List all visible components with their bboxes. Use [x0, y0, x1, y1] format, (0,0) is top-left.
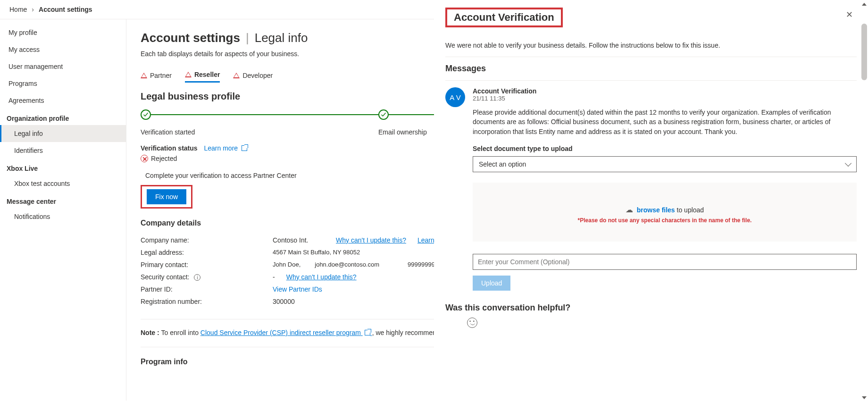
info-icon[interactable]: i	[194, 274, 200, 281]
check-icon	[141, 109, 151, 120]
link-text: Cloud Service Provider (CSP) indirect re…	[200, 329, 361, 336]
note-before: To enroll into	[161, 329, 200, 336]
sidebar-header-xbox: Xbox Live	[0, 159, 126, 175]
sidebar-item-legal-info[interactable]: Legal info	[0, 125, 126, 142]
partner-id-label: Partner ID:	[141, 285, 273, 293]
external-link-icon	[242, 145, 247, 151]
avatar: A V	[445, 87, 465, 107]
breadcrumb-current: Account settings	[39, 6, 92, 13]
sidebar-header-organization: Organization profile	[0, 109, 126, 125]
legal-address-label: Legal address:	[141, 249, 273, 256]
note-prefix: Note :	[141, 329, 161, 336]
fix-now-button[interactable]: Fix now	[147, 189, 186, 204]
warning-icon	[233, 73, 240, 78]
tab-label: Partner	[150, 72, 172, 79]
progress-line	[151, 114, 378, 115]
tab-label: Developer	[242, 72, 273, 79]
cloud-upload-icon: ☁	[626, 206, 633, 214]
security-contact-label: Security contact: i	[141, 273, 273, 281]
panel-scrollbar[interactable]	[860, 0, 868, 402]
sidebar-item-agreements[interactable]: Agreements	[0, 92, 126, 109]
security-contact-value: -	[273, 273, 275, 281]
csp-program-link[interactable]: Cloud Service Provider (CSP) indirect re…	[200, 329, 372, 336]
message-item: A V Account Verification 21/11 11:35 Ple…	[445, 80, 857, 291]
title-divider: |	[246, 31, 249, 45]
smiley-icon[interactable]	[467, 318, 477, 328]
chevron-down-icon	[845, 160, 851, 167]
sidebar-item-my-profile[interactable]: My profile	[0, 24, 126, 41]
upload-button[interactable]: Upload	[473, 276, 510, 291]
document-type-select[interactable]: Select an option	[473, 156, 857, 172]
tab-reseller[interactable]: Reseller	[185, 68, 220, 83]
messages-heading: Messages	[445, 57, 857, 80]
external-link-icon	[365, 330, 370, 335]
label-text: Security contact:	[141, 273, 190, 281]
contact-email: john.doe@contoso.com	[315, 261, 379, 268]
browse-files-link[interactable]: browse files	[637, 206, 675, 214]
view-partner-ids-link[interactable]: View Partner IDs	[273, 285, 322, 293]
rejected-text: Rejected	[151, 155, 177, 162]
link-text: Learn more	[204, 144, 238, 152]
company-name-label: Company name:	[141, 236, 273, 244]
sidebar-item-my-access[interactable]: My access	[0, 41, 126, 58]
why-update-link[interactable]: Why can't I update this?	[336, 236, 406, 244]
message-sender: Account Verification	[473, 87, 857, 95]
upload-prompt: ☁ browse files to upload	[482, 205, 847, 214]
contact-name: John Doe,	[273, 261, 300, 268]
scroll-up-icon[interactable]	[862, 3, 867, 6]
sidebar-item-xbox-test[interactable]: Xbox test accounts	[0, 175, 126, 192]
legal-address-value: 4567 Main St Buffalo, NY 98052	[273, 249, 360, 256]
tab-label: Reseller	[194, 71, 220, 78]
helpful-question: Was this conversation helpful?	[445, 303, 857, 313]
account-verification-panel: Account Verification ✕ We were not able …	[434, 0, 868, 402]
upload-suffix: to upload	[677, 206, 704, 214]
registration-number-value: 300000	[273, 298, 295, 305]
primary-contact-label: Primary contact:	[141, 261, 273, 268]
warning-icon	[185, 72, 192, 77]
scroll-down-icon[interactable]	[862, 396, 867, 399]
tab-partner[interactable]: Partner	[141, 68, 172, 83]
panel-title: Account Verification	[454, 11, 554, 23]
scroll-thumb[interactable]	[861, 24, 867, 80]
sidebar-item-notifications[interactable]: Notifications	[0, 208, 126, 225]
comment-input[interactable]	[473, 254, 857, 270]
chevron-right-icon: ›	[32, 6, 34, 13]
upload-warning: *Please do not use any special character…	[482, 217, 847, 224]
sidebar-item-programs[interactable]: Programs	[0, 75, 126, 92]
message-time: 21/11 11:35	[473, 95, 857, 102]
fix-now-highlight: Fix now	[141, 185, 192, 209]
sidebar-item-identifiers[interactable]: Identifiers	[0, 142, 126, 159]
sidebar-header-message-center: Message center	[0, 192, 126, 208]
company-name-value: Contoso Int.	[273, 236, 325, 244]
check-icon	[378, 109, 389, 120]
warning-icon	[141, 73, 147, 78]
select-document-label: Select document type to upload	[473, 145, 857, 152]
learn-more-link[interactable]: Learn more	[204, 144, 247, 152]
panel-intro: We were not able to verify your business…	[445, 42, 857, 49]
message-body: Please provide additional document(s) da…	[473, 108, 857, 136]
status-label: Verification status	[141, 144, 198, 152]
x-circle-icon	[141, 155, 148, 162]
step-label: Verification started	[141, 128, 378, 136]
sidebar: My profile My access User management Pro…	[0, 19, 126, 401]
tab-developer[interactable]: Developer	[233, 68, 273, 83]
registration-number-label: Registration number:	[141, 298, 273, 305]
select-placeholder: Select an option	[479, 160, 526, 168]
why-update-security-link[interactable]: Why can't I update this?	[286, 273, 357, 281]
panel-title-highlight: Account Verification	[445, 8, 563, 27]
upload-dropzone[interactable]: ☁ browse files to upload *Please do not …	[473, 183, 857, 242]
page-title-main: Account settings	[141, 31, 240, 45]
page-title-sub: Legal info	[255, 31, 308, 45]
sidebar-item-user-management[interactable]: User management	[0, 58, 126, 75]
breadcrumb-home[interactable]: Home	[9, 6, 27, 13]
close-icon[interactable]: ✕	[842, 8, 857, 22]
